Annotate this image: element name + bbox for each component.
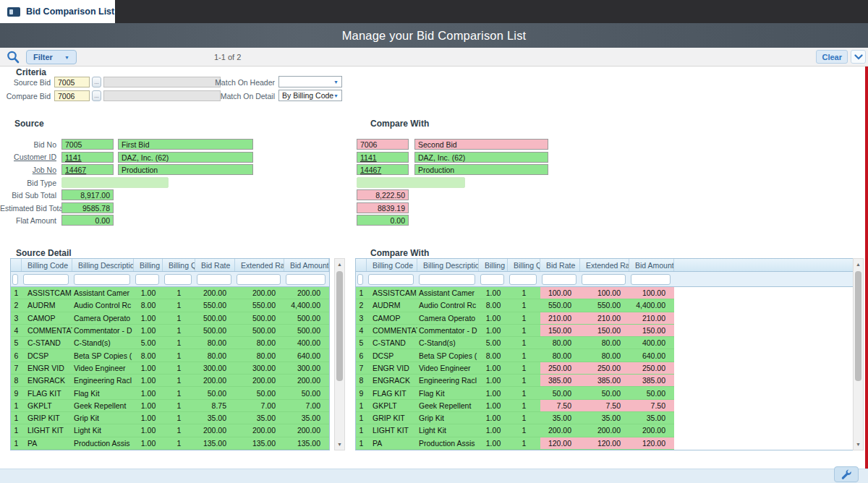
cell-n: 7 — [11, 362, 22, 374]
column-header-extended-rate[interactable]: Extended Rate — [235, 259, 284, 271]
column-header-billing-description[interactable]: Billing Descriptio — [72, 259, 134, 271]
column-header-bid-amount[interactable]: Bid Amount — [629, 259, 674, 271]
source-bid-lookup-button[interactable]: ... — [92, 77, 101, 87]
table-row[interactable]: 4COMMENTATORCommentator - D1.001150.0015… — [356, 325, 674, 337]
source-bid-input[interactable]: 7005 — [54, 77, 90, 87]
cell-unit: 1.00 — [134, 312, 163, 324]
compare-bid-type-field — [357, 177, 465, 188]
table-row[interactable]: 1LIGHT KITLight Kit1.001200.00200.00200.… — [356, 424, 674, 437]
filter-extended-rate-input[interactable] — [237, 274, 281, 285]
table-row[interactable]: 8ENGRACKEngineering Racl1.001200.00200.0… — [11, 375, 329, 387]
filter-bid-amount-input[interactable] — [286, 274, 326, 285]
filter-rownum-input[interactable] — [12, 274, 18, 285]
cell-desc: Assistant Camer — [417, 287, 479, 299]
table-row[interactable]: 6DCSPBeta SP Copies (8.00180.0080.00640.… — [356, 349, 674, 362]
column-header-bid-rate[interactable]: Bid Rate — [195, 259, 235, 271]
filter-rownum-input[interactable] — [357, 274, 363, 285]
table-row[interactable]: 7ENGR VIDVideo Engineer1.001300.00300.00… — [11, 362, 329, 375]
column-header-bid-amount[interactable]: Bid Amount — [284, 259, 329, 271]
source-customer-id-field[interactable]: 1141 — [61, 152, 114, 163]
compare-customer-id-field[interactable]: 1141 — [357, 152, 409, 163]
table-row[interactable]: 4COMMENTATORCommentator - D1.001500.0050… — [11, 325, 329, 337]
filter-button[interactable]: Filter ▼ — [26, 50, 77, 64]
cell-desc: Audio Control Rc — [72, 299, 134, 311]
compare-job-no-field[interactable]: 14467 — [357, 164, 409, 175]
column-header-billing-qty[interactable]: Billing Qt — [163, 259, 195, 271]
column-header-billing-code[interactable]: Billing Code — [367, 259, 417, 271]
table-row[interactable]: 1PAProduction Assis1.001135.00135.00135.… — [11, 437, 329, 450]
table-row[interactable]: 1GRIP KITGrip Kit1.00135.0035.0035.00 — [356, 412, 674, 424]
match-on-header-label: Match On Header — [203, 78, 275, 87]
cell-rate: 200.00 — [195, 424, 235, 436]
table-row[interactable]: 1GKPLTGeek Repellent1.0017.507.507.50 — [356, 400, 674, 412]
table-row[interactable]: 9FLAG KITFlag Kit1.00150.0050.0050.00 — [11, 387, 329, 399]
filter-billing-description-input[interactable] — [74, 274, 130, 285]
cell-n: 2 — [11, 299, 22, 311]
compare-bid-lookup-button[interactable]: ... — [92, 90, 101, 101]
scroll-up-icon[interactable]: ▲ — [854, 260, 863, 269]
collapse-toolbar-button[interactable] — [851, 50, 866, 64]
table-row[interactable]: 2AUDRMAudio Control Rc8.001550.00550.004… — [11, 299, 329, 312]
cell-desc: Camera Operato — [72, 312, 134, 324]
table-row[interactable]: 5C-STANDC-Stand(s)5.00180.0080.00400.00 — [356, 337, 674, 349]
tab-bid-comparison-list[interactable]: Bid Comparison List — [0, 0, 115, 23]
column-header-billing-qty[interactable]: Billing Qt — [508, 259, 540, 271]
dropdown-arrow-icon: ▼ — [333, 80, 339, 85]
filter-billing-qty-input[interactable] — [509, 274, 537, 285]
table-row[interactable]: 2AUDRMAudio Control Rc8.001550.00550.004… — [356, 299, 674, 312]
cell-desc: Commentator - D — [72, 325, 134, 336]
table-row[interactable]: 1ASSISTCAMAssistant Camer1.001100.00100.… — [356, 287, 674, 299]
compare-detail-scrollbar[interactable]: ▲ ▼ — [853, 258, 864, 450]
table-row[interactable]: 6DCSPBeta SP Copies (8.00180.0080.00640.… — [11, 349, 329, 362]
scrollbar-thumb[interactable] — [855, 271, 861, 381]
scroll-up-icon[interactable]: ▲ — [335, 260, 344, 269]
cell-rate: 80.00 — [195, 337, 235, 349]
column-header-extended-rate[interactable]: Extended Rate — [580, 259, 629, 271]
table-row[interactable]: 1ASSISTCAMAssistant Camer1.001200.00200.… — [11, 287, 329, 299]
table-row[interactable]: 1PAProduction Assis1.001120.00120.00120.… — [356, 437, 674, 450]
filter-billing-description-input[interactable] — [419, 274, 475, 285]
filter-bid-rate-input[interactable] — [197, 274, 231, 285]
table-row[interactable]: 8ENGRACKEngineering Racl1.001385.00385.0… — [356, 375, 674, 387]
column-header-billing-code[interactable]: Billing Code — [22, 259, 72, 271]
filter-billing-code-input[interactable] — [368, 274, 414, 285]
column-header-billing-description[interactable]: Billing Descriptio — [417, 259, 479, 271]
source-job-no-field[interactable]: 14467 — [61, 164, 114, 175]
filter-extended-rate-input[interactable] — [582, 274, 626, 285]
scrollbar-thumb[interactable] — [336, 271, 343, 381]
table-row[interactable]: 3CAMOPCamera Operato1.001210.00210.00210… — [356, 312, 674, 325]
cell-qty: 1 — [163, 362, 195, 374]
cell-code: C-STAND — [367, 337, 417, 349]
table-row[interactable]: 1LIGHT KITLight Kit1.001200.00200.00200.… — [11, 424, 329, 437]
table-row[interactable]: 1GRIP KITGrip Kit1.00135.0035.0035.00 — [11, 412, 329, 424]
scroll-down-icon[interactable]: ▼ — [854, 440, 863, 449]
customer-id-label[interactable]: Customer ID — [0, 153, 56, 161]
table-row[interactable]: 1GKPLTGeek Repellent1.0018.757.007.00 — [11, 400, 329, 412]
filter-billing-unit-input[interactable] — [135, 274, 159, 285]
cell-amt: 7.50 — [629, 400, 674, 411]
table-row[interactable]: 7ENGR VIDVideo Engineer1.001250.00250.00… — [356, 362, 674, 375]
scroll-down-icon[interactable]: ▼ — [335, 440, 344, 449]
filter-billing-code-input[interactable] — [23, 274, 69, 285]
filter-bid-amount-input[interactable] — [631, 274, 671, 285]
table-row[interactable]: 9FLAG KITFlag Kit1.00150.0050.0050.00 — [356, 387, 674, 399]
column-header-billing-unit[interactable]: Billing Unit — [479, 259, 508, 271]
job-no-label[interactable]: Job No — [0, 166, 56, 174]
match-on-header-select[interactable]: ▼ — [278, 76, 342, 87]
tools-button[interactable] — [834, 466, 859, 482]
compare-bid-input[interactable]: 7006 — [54, 90, 90, 101]
clear-button[interactable]: Clear — [816, 50, 848, 64]
filter-bid-rate-input[interactable] — [542, 274, 576, 285]
cell-n: 1 — [11, 412, 22, 424]
table-row[interactable]: 3CAMOPCamera Operato1.001500.00500.00500… — [11, 312, 329, 325]
match-on-detail-select[interactable]: By Billing Code ▼ — [278, 90, 342, 101]
search-icon[interactable] — [6, 50, 20, 67]
cell-code: ASSISTCAM — [367, 287, 417, 299]
table-row[interactable]: 5C-STANDC-Stand(s)5.00180.0080.00400.00 — [11, 337, 329, 349]
filter-billing-qty-input[interactable] — [164, 274, 192, 285]
filter-billing-unit-input[interactable] — [480, 274, 504, 285]
column-header-bid-rate[interactable]: Bid Rate — [540, 259, 580, 271]
column-header-billing-unit[interactable]: Billing Unit — [134, 259, 163, 271]
source-detail-scrollbar[interactable]: ▲ ▼ — [334, 258, 345, 450]
estimated-bid-total-label: Estimated Bid Total — [0, 204, 56, 213]
